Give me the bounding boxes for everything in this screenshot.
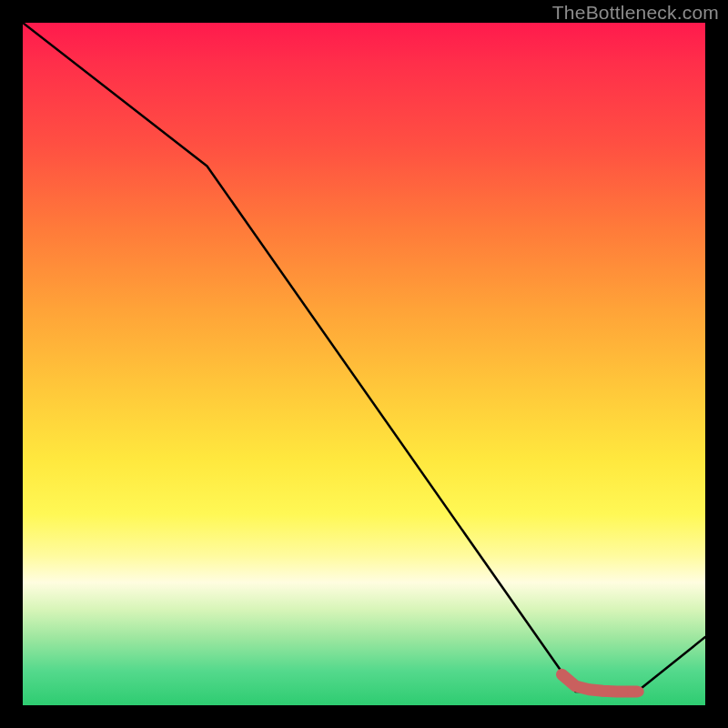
chart-stage: TheBottleneck.com bbox=[0, 0, 728, 728]
chart-svg bbox=[23, 23, 705, 705]
plot-area bbox=[23, 23, 705, 705]
bottleneck-curve bbox=[23, 23, 705, 692]
marker-segment bbox=[562, 674, 644, 696]
watermark-text: TheBottleneck.com bbox=[552, 2, 719, 24]
marker-dot bbox=[608, 687, 618, 697]
bottleneck-curve-line bbox=[23, 23, 705, 692]
marker-dot bbox=[619, 687, 629, 697]
marker-dot bbox=[634, 687, 644, 697]
marker-dot bbox=[598, 687, 608, 697]
